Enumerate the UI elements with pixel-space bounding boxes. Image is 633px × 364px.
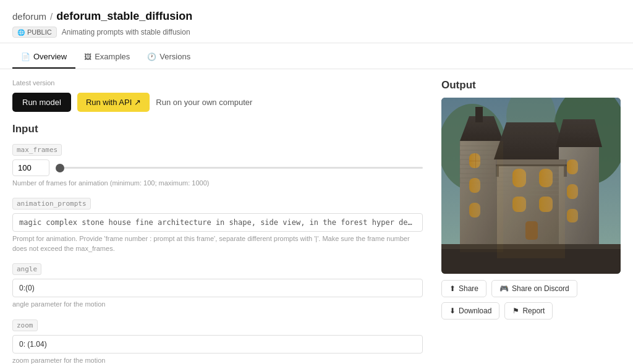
run-own-button[interactable]: Run on your own computer bbox=[156, 98, 252, 107]
max-frames-desc: Number of frames for animation (minimum:… bbox=[12, 179, 423, 188]
repo-description: Animating prompts with stable diffusion bbox=[62, 28, 190, 36]
download-button[interactable]: ⬇ Download bbox=[441, 302, 499, 320]
max-frames-label: max_frames bbox=[12, 144, 62, 156]
button-row: Run model Run with API ↗ Run on your own… bbox=[12, 93, 423, 112]
header: deforum / deforum_stable_diffusion 🌐 PUB… bbox=[0, 0, 633, 43]
badge-row: 🌐 PUBLIC Animating prompts with stable d… bbox=[12, 27, 621, 38]
breadcrumb-separator: / bbox=[50, 11, 53, 22]
report-button[interactable]: ⚑ Report bbox=[504, 302, 553, 320]
report-label: Report bbox=[522, 307, 545, 315]
input-section-title: Input bbox=[12, 123, 423, 135]
output-section-title: Output bbox=[441, 79, 621, 91]
max-frames-slider[interactable] bbox=[56, 167, 423, 169]
run-api-label: Run with API bbox=[86, 98, 132, 107]
zoom-input[interactable] bbox=[12, 335, 423, 353]
share-button[interactable]: ⬆ Share bbox=[441, 280, 486, 297]
share-icon: ⬆ bbox=[449, 284, 456, 293]
angle-input[interactable] bbox=[12, 279, 423, 297]
public-badge: 🌐 PUBLIC bbox=[12, 27, 57, 38]
breadcrumb-repo: deforum_stable_diffusion bbox=[56, 10, 192, 23]
run-api-button[interactable]: Run with API ↗ bbox=[77, 93, 150, 112]
versions-icon: 🕐 bbox=[147, 53, 156, 61]
download-label: Download bbox=[459, 307, 491, 315]
tab-versions[interactable]: 🕐 Versions bbox=[138, 46, 199, 69]
zoom-label: zoom bbox=[12, 320, 38, 331]
examples-icon: 🖼 bbox=[84, 53, 91, 61]
overview-icon: 📄 bbox=[21, 53, 30, 61]
right-panel: Output bbox=[441, 79, 621, 364]
field-max-frames: max_frames Number of frames for animatio… bbox=[12, 144, 423, 188]
output-scene-svg bbox=[441, 98, 621, 274]
download-icon: ⬇ bbox=[449, 307, 456, 315]
max-frames-input[interactable] bbox=[12, 159, 49, 176]
tabs: 📄 Overview 🖼 Examples 🕐 Versions bbox=[0, 46, 633, 69]
main-content: Latest version Run model Run with API ↗ … bbox=[0, 69, 633, 364]
animation-prompts-label: animation_prompts bbox=[12, 198, 91, 210]
discord-icon: 🎮 bbox=[499, 284, 509, 293]
field-angle: angle angle parameter for the motion bbox=[12, 263, 423, 309]
tab-examples[interactable]: 🖼 Examples bbox=[75, 46, 138, 69]
tab-overview-label: Overview bbox=[33, 52, 67, 61]
angle-desc: angle parameter for the motion bbox=[12, 300, 423, 309]
slider-row bbox=[12, 159, 423, 176]
share-discord-label: Share on Discord bbox=[512, 284, 569, 293]
output-image bbox=[441, 98, 621, 274]
tab-versions-label: Versions bbox=[159, 52, 190, 61]
report-icon: ⚑ bbox=[512, 307, 519, 315]
breadcrumb-org: deforum bbox=[12, 11, 46, 22]
zoom-desc: zoom parameter for the motion bbox=[12, 356, 423, 364]
action-buttons: ⬆ Share 🎮 Share on Discord ⬇ Download ⚑ … bbox=[441, 280, 621, 320]
version-label: Latest version bbox=[12, 79, 423, 87]
run-model-button[interactable]: Run model bbox=[12, 93, 71, 112]
external-link-icon: ↗ bbox=[134, 98, 141, 107]
page: deforum / deforum_stable_diffusion 🌐 PUB… bbox=[0, 0, 633, 364]
share-label: Share bbox=[459, 284, 478, 293]
share-discord-button[interactable]: 🎮 Share on Discord bbox=[491, 280, 577, 297]
breadcrumb: deforum / deforum_stable_diffusion bbox=[12, 10, 621, 23]
badge-label: PUBLIC bbox=[27, 28, 52, 36]
field-animation-prompts: animation_prompts Prompt for animation. … bbox=[12, 198, 423, 253]
animation-prompts-input[interactable] bbox=[12, 213, 423, 232]
left-panel: Latest version Run model Run with API ↗ … bbox=[12, 79, 423, 364]
angle-label: angle bbox=[12, 263, 41, 275]
svg-rect-41 bbox=[441, 98, 621, 274]
tab-overview[interactable]: 📄 Overview bbox=[12, 46, 75, 69]
tab-examples-label: Examples bbox=[95, 52, 130, 61]
globe-icon: 🌐 bbox=[17, 29, 25, 36]
animation-prompts-desc: Prompt for animation. Provide 'frame num… bbox=[12, 234, 423, 253]
field-zoom: zoom zoom parameter for the motion bbox=[12, 320, 423, 364]
